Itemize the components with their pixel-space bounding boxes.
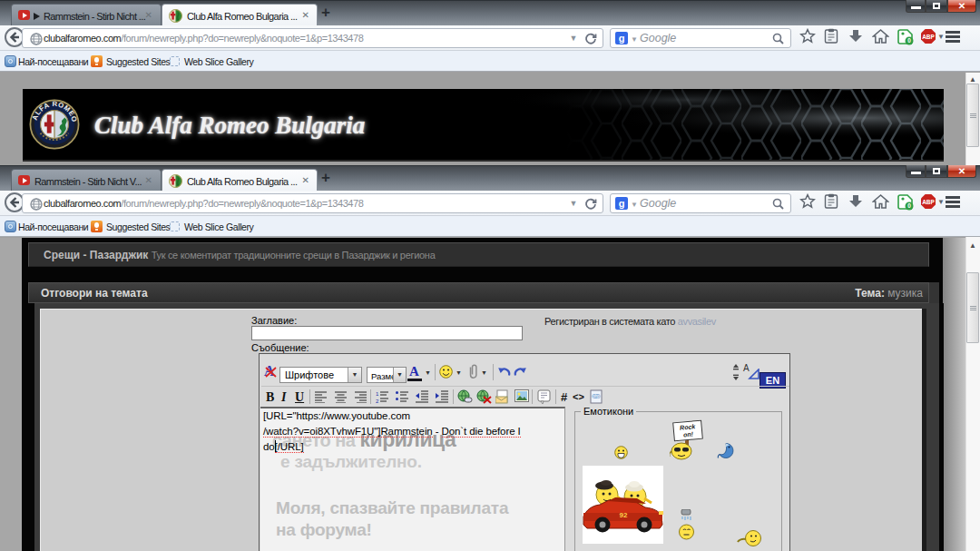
svg-text:ABP: ABP [922, 34, 935, 40]
svg-text:92: 92 [620, 511, 628, 519]
svg-text:2: 2 [376, 398, 379, 404]
svg-text:0: 0 [907, 202, 911, 209]
svg-text:1: 1 [376, 391, 379, 397]
svg-text:0: 0 [907, 37, 911, 44]
svg-text:ABP: ABP [922, 199, 935, 205]
svg-text:php: php [593, 394, 600, 398]
